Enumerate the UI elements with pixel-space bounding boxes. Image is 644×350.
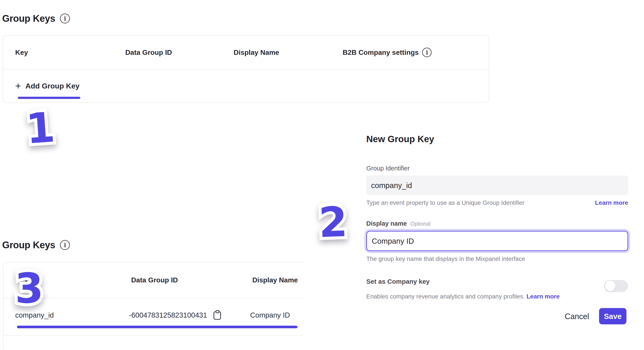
step-1-badge: 1 1 (25, 107, 56, 150)
step-3-badge: 3 3 (14, 268, 44, 309)
display-name-helper-text: The group key name that displays in the … (366, 255, 525, 262)
divider (4, 335, 306, 336)
group-identifier-helper-row: Type an event property to use as a Uniqu… (366, 199, 628, 206)
display-name-optional-tag: Optional (410, 221, 430, 227)
step-3-number: 3 (14, 264, 44, 313)
save-button[interactable]: Save (599, 308, 626, 324)
add-group-key-label: Add Group Key (26, 82, 80, 90)
page-title: Group Keys (2, 13, 55, 24)
group-identifier-label: Group Identifier (366, 165, 410, 172)
column-header-data-group-id: Data Group ID (125, 36, 172, 69)
step-1-number: 1 (24, 103, 56, 153)
page-title: Group Keys (2, 240, 55, 250)
display-name-label-row: Display name Optional (366, 220, 430, 227)
data-group-id-value: -6004783125823100431 (129, 311, 207, 319)
group-keys-tutorial: Group Keys i Key Data Group ID Display N… (0, 0, 644, 350)
company-key-toggle[interactable] (604, 280, 628, 292)
set-company-key-label: Set as Company key (366, 278, 430, 285)
group-keys-heading: Group Keys i (2, 240, 70, 250)
step-2-badge: 2 2 (318, 201, 348, 244)
column-header-data-group-id: Data Group ID (131, 262, 178, 298)
column-header-key: Key (15, 36, 28, 69)
company-key-helper-text: Enables company revenue analytics and co… (366, 293, 560, 300)
display-name-input[interactable] (366, 231, 628, 251)
group-identifier-helper-text: Type an event property to use as a Uniqu… (366, 199, 524, 206)
company-key-helper: Enables company revenue analytics and co… (366, 293, 525, 300)
info-icon[interactable]: i (422, 48, 432, 57)
display-name-label: Display name (366, 220, 407, 227)
column-header-display-name: Display Name (252, 262, 298, 298)
form-title: New Group Key (366, 134, 434, 144)
column-header-b2b-settings: B2B Company settings i (343, 36, 432, 69)
plus-icon: + (15, 81, 21, 91)
group-keys-heading: Group Keys i (2, 13, 70, 24)
group-keys-table: Key Data Group ID Display Name B2B Compa… (2, 35, 489, 103)
step-2-number: 2 (318, 198, 348, 247)
info-icon[interactable]: i (60, 240, 70, 250)
column-header-display-name: Display Name (234, 36, 279, 69)
toggle-knob (605, 281, 616, 291)
copy-icon[interactable] (213, 310, 222, 321)
step-highlight-underline (17, 326, 298, 328)
learn-more-link[interactable]: Learn more (595, 199, 628, 206)
group-keys-result-table: Key Data Group ID Display Name company_i… (3, 262, 306, 350)
column-header-b2b-label: B2B Company settings (343, 49, 418, 57)
group-identifier-input[interactable] (366, 176, 628, 195)
learn-more-link[interactable]: Learn more (526, 293, 560, 300)
cancel-button[interactable]: Cancel (565, 312, 589, 321)
info-icon[interactable]: i (60, 14, 70, 24)
step-highlight-underline (18, 97, 80, 99)
